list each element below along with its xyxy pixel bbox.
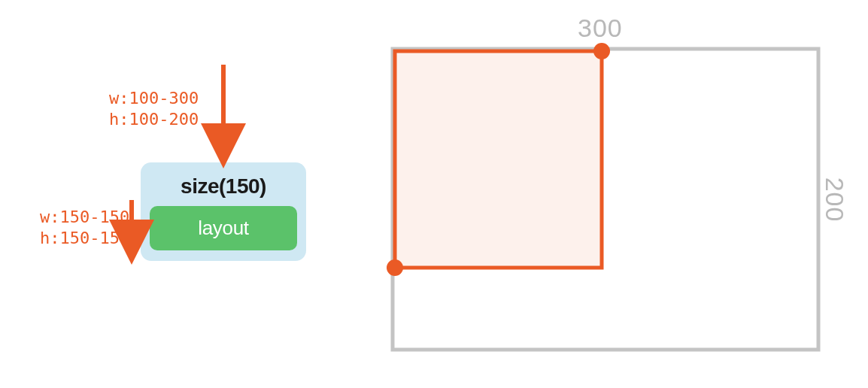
- diagram-svg-layer: [0, 0, 868, 388]
- corner-dot-icon: [387, 259, 403, 276]
- diagram-canvas: w:100-300 h:100-200 w:150-150 h:150-150 …: [0, 0, 868, 388]
- corner-dot-icon: [593, 43, 610, 59]
- inner-size-box: [395, 51, 602, 268]
